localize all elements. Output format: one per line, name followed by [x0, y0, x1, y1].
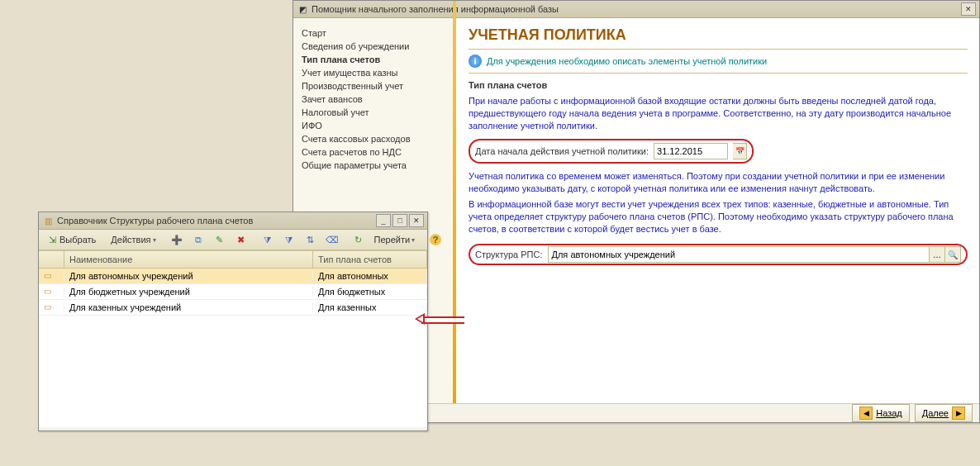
cell-name: Для казенных учреждений [64, 302, 313, 312]
back-button[interactable]: ◀ Назад [852, 404, 910, 422]
cell-name: Для автономных учреждений [64, 271, 313, 281]
sort-icon: ⇅ [305, 234, 316, 245]
page-title: УЧЕТНАЯ ПОЛИТИКА [469, 18, 968, 50]
reference-grid: Наименование Тип плана счетов ▭Для автон… [39, 250, 427, 427]
nav-item[interactable]: Старт [302, 26, 449, 40]
help-icon: ? [430, 234, 441, 245]
col-name[interactable]: Наименование [64, 251, 313, 268]
edit-button[interactable]: ✎ [210, 231, 230, 248]
rps-value: Для автономных учреждений [549, 250, 930, 259]
wizard-titlebar[interactable]: ◩ Помощник начального заполнения информа… [293, 1, 979, 18]
arrow-left-icon: ◀ [859, 407, 873, 420]
minimize-icon[interactable]: _ [376, 214, 391, 227]
app-icon: ◩ [297, 3, 308, 15]
copy-icon: ⧉ [193, 234, 204, 245]
maximize-icon[interactable]: □ [392, 214, 407, 227]
nav-item[interactable]: Учет имущества казны [302, 66, 449, 79]
cell-name: Для бюджетных учреждений [64, 287, 313, 297]
section-heading: Тип плана счетов [469, 74, 968, 93]
plus-icon: ➕ [171, 234, 183, 245]
nav-item[interactable]: Тип плана счетов [302, 53, 449, 66]
filter2-button[interactable]: ⧩ [279, 231, 299, 248]
goto-button[interactable]: Перейти▾ [370, 231, 420, 248]
date-callout: Дата начала действия учетной политики: 📅 [469, 139, 754, 164]
delete-button[interactable]: ✖ [231, 231, 251, 248]
funnel-icon: ⧩ [262, 234, 274, 245]
col-marker[interactable] [39, 251, 64, 268]
close-icon[interactable]: ✕ [961, 2, 976, 16]
nav-item[interactable]: Счета кассовых расходов [302, 132, 449, 145]
reference-toolbar: ⇲ Выбрать Действия▾ ➕ ⧉ ✎ ✖ ⧩ ⧩ ⇅ ⌫ ↻ Пе… [39, 230, 427, 250]
nav-item[interactable]: Производственный учет [302, 79, 449, 93]
col-type[interactable]: Тип плана счетов [313, 251, 427, 268]
wizard-title: Помощник начального заполнения информаци… [312, 4, 559, 14]
para-3: В информационной базе могут вести учет у… [469, 197, 968, 237]
search-icon[interactable]: 🔍 [944, 247, 960, 262]
nav-item[interactable]: Зачет авансов [302, 93, 449, 106]
nav-item[interactable]: ИФО [302, 119, 449, 132]
sort-button[interactable]: ⇅ [301, 231, 321, 248]
cell-type: Для казенных [313, 302, 427, 312]
nav-item[interactable]: Общие параметры учета [302, 159, 449, 172]
close-icon[interactable]: ✕ [409, 214, 424, 227]
para-2: Учетная политика со временем может измен… [469, 169, 968, 197]
wizard-content: УЧЕТНАЯ ПОЛИТИКА i Для учреждения необхо… [456, 18, 979, 405]
funnel2-icon: ⧩ [283, 234, 295, 245]
list-icon: ▥ [42, 215, 54, 226]
row-icon: ▭ [44, 287, 55, 297]
reference-titlebar[interactable]: ▥ Справочник Структуры рабочего плана сч… [39, 212, 427, 230]
info-icon: i [469, 55, 482, 68]
clear-icon: ⌫ [326, 234, 338, 245]
row-icon: ▭ [44, 271, 55, 281]
refresh-icon: ↻ [353, 234, 364, 245]
calendar-icon[interactable]: 📅 [733, 143, 747, 159]
filter-button[interactable]: ⧩ [258, 231, 278, 248]
para-1: При начале работы с информационной базой… [469, 93, 968, 134]
table-row[interactable]: ▭Для автономных учрежденийДля автономных [39, 269, 427, 284]
grid-body[interactable]: ▭Для автономных учрежденийДля автономных… [39, 269, 427, 427]
ellipsis-icon[interactable]: … [929, 247, 944, 262]
hint-row: i Для учреждения необходимо описать элем… [469, 50, 968, 74]
nav-item[interactable]: Налоговый учет [302, 106, 449, 119]
table-row[interactable]: ▭Для бюджетных учрежденийДля бюджетных [39, 284, 427, 300]
rps-label: Структура РПС: [475, 250, 543, 259]
row-icon: ▭ [44, 302, 55, 312]
arrow-right-icon: ▶ [952, 407, 965, 420]
reference-title: Справочник Структуры рабочего плана счет… [57, 216, 253, 226]
reference-window: ▥ Справочник Структуры рабочего плана сч… [38, 212, 428, 431]
add-button[interactable]: ➕ [167, 231, 187, 248]
clear-filter-button[interactable]: ⌫ [322, 231, 342, 248]
nav-item[interactable]: Счета расчетов по НДС [302, 145, 449, 159]
date-label: Дата начала действия учетной политики: [475, 146, 649, 156]
grid-header: Наименование Тип плана счетов [39, 251, 427, 269]
delete-icon: ✖ [235, 234, 247, 245]
refresh-button[interactable]: ↻ [349, 231, 369, 248]
help-button[interactable]: ? [426, 231, 445, 248]
pencil-icon: ✎ [214, 234, 226, 245]
select-button[interactable]: ⇲ Выбрать [42, 231, 100, 248]
rps-input[interactable]: Для автономных учреждений … 🔍 [548, 246, 962, 263]
nav-item[interactable]: Сведения об учреждении [302, 40, 449, 53]
copy-button[interactable]: ⧉ [188, 231, 208, 248]
select-icon: ⇲ [46, 234, 58, 245]
table-row[interactable]: ▭Для казенных учрежденийДля казенных [39, 300, 427, 316]
actions-button[interactable]: Действия▾ [107, 231, 159, 248]
date-input[interactable] [654, 143, 728, 159]
cell-type: Для бюджетных [313, 287, 427, 297]
rps-callout: Структура РПС: Для автономных учреждений… [469, 244, 968, 265]
cell-type: Для автономных [313, 271, 427, 281]
hint-text: Для учреждения необходимо описать элемен… [487, 56, 767, 66]
next-button[interactable]: Далее ▶ [915, 404, 973, 422]
